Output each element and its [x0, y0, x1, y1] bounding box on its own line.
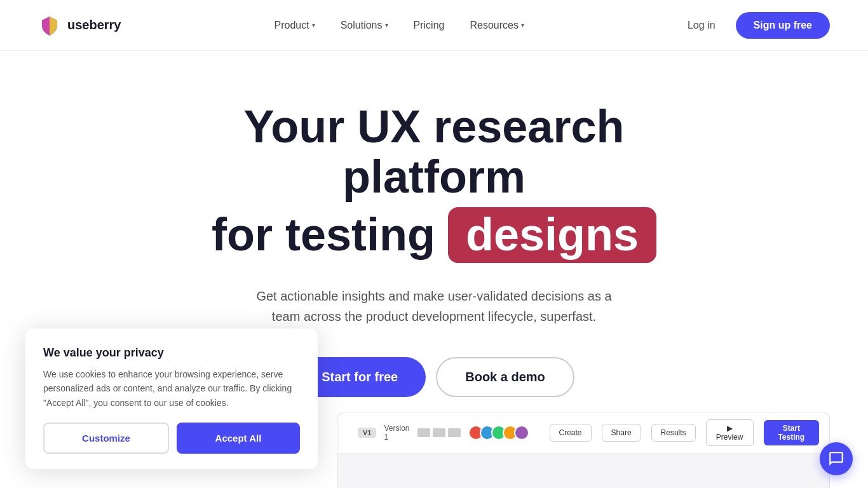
flag-icon — [448, 428, 461, 437]
hero-title: Your UX research platform for testing de… — [148, 102, 720, 263]
login-button[interactable]: Log in — [677, 15, 726, 36]
hero-buttons: Start for free Book a demo — [294, 357, 574, 397]
customize-button[interactable]: Customize — [43, 423, 169, 454]
nav-item-pricing[interactable]: Pricing — [403, 15, 455, 36]
logo[interactable]: useberry — [38, 14, 121, 37]
hero-line2: for testing designs — [148, 207, 720, 262]
cookie-title: We value your privacy — [43, 346, 300, 360]
avatar — [514, 425, 529, 440]
flag-icons — [417, 428, 461, 437]
cookie-buttons: Customize Accept All — [43, 423, 300, 454]
app-preview: V1 Version 1 Create Share Results ▶ Prev… — [337, 412, 830, 488]
signup-button[interactable]: Sign up free — [736, 12, 830, 39]
version-name: Version 1 — [384, 424, 409, 442]
app-version-info: V1 Version 1 — [348, 417, 539, 448]
share-button[interactable]: Share — [602, 424, 641, 442]
book-demo-button[interactable]: Book a demo — [436, 357, 574, 397]
nav-label-product: Product — [275, 20, 309, 31]
nav-item-product[interactable]: Product ▾ — [264, 15, 325, 36]
hero-highlight: designs — [448, 207, 656, 262]
brand-name: useberry — [67, 18, 121, 32]
create-button[interactable]: Create — [550, 424, 592, 442]
user-avatars — [468, 425, 529, 440]
cookie-banner: We value your privacy We use cookies to … — [25, 329, 318, 469]
accept-all-button[interactable]: Accept All — [177, 423, 300, 454]
chevron-down-icon: ▾ — [385, 22, 388, 29]
version-badge: V1 — [358, 428, 376, 438]
chevron-down-icon: ▾ — [521, 22, 524, 29]
cookie-body: We use cookies to enhance your browsing … — [43, 367, 300, 410]
results-button[interactable]: Results — [651, 424, 696, 442]
nav-links: Product ▾ Solutions ▾ Pricing Resources … — [264, 15, 534, 36]
navbar: useberry Product ▾ Solutions ▾ Pricing R… — [0, 0, 868, 51]
nav-label-solutions: Solutions — [341, 20, 383, 31]
app-toolbar: V1 Version 1 Create Share Results ▶ Prev… — [337, 412, 829, 454]
hero-subtitle: Get actionable insights and make user-va… — [243, 286, 625, 327]
hero-prefix: for testing — [212, 210, 435, 260]
nav-actions: Log in Sign up free — [677, 12, 830, 39]
hero-line1: Your UX research platform — [244, 101, 625, 202]
nav-item-solutions[interactable]: Solutions ▾ — [330, 15, 398, 36]
chat-button[interactable] — [820, 442, 853, 475]
nav-item-resources[interactable]: Resources ▾ — [459, 15, 534, 36]
logo-icon — [38, 14, 61, 37]
flag-icon — [433, 428, 445, 437]
chat-icon — [828, 451, 844, 467]
preview-button[interactable]: ▶ Preview — [706, 419, 754, 446]
nav-label-pricing: Pricing — [414, 20, 445, 31]
start-testing-button[interactable]: Start Testing — [764, 420, 819, 445]
nav-label-resources: Resources — [470, 20, 518, 31]
chevron-down-icon: ▾ — [312, 22, 315, 29]
flag-icon — [417, 428, 430, 437]
